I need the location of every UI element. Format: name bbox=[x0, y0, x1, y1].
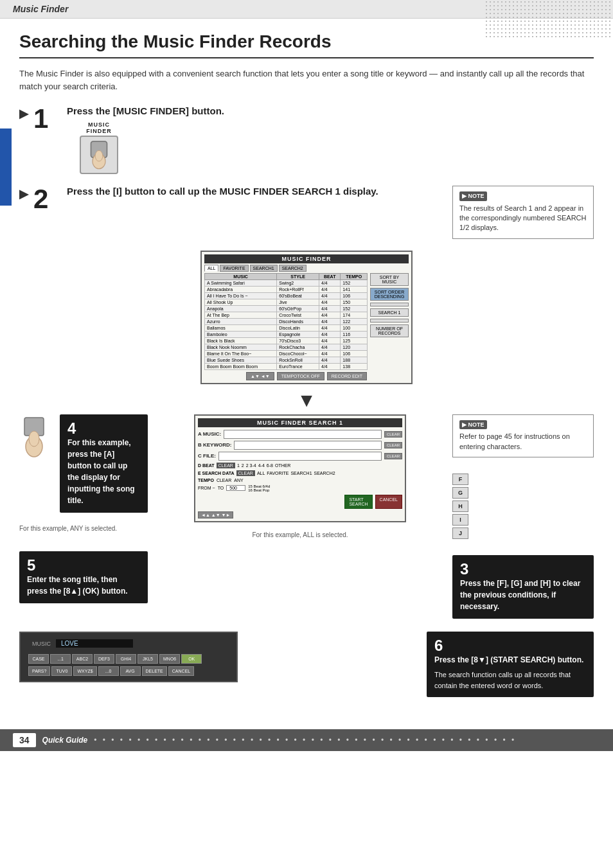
search-clear-file[interactable]: CLEAR bbox=[384, 453, 402, 459]
mf-table-cell: 4/4 bbox=[319, 363, 341, 369]
mf-table-cell: Ballamos bbox=[205, 324, 277, 331]
mf-tempo-btn[interactable]: TEMPOTOCK OFF bbox=[277, 372, 324, 380]
side-btn-h[interactable]: H bbox=[452, 500, 468, 512]
key-wxyz[interactable]: WXYZ$ bbox=[73, 666, 96, 676]
mf-table-row: Blue Suede ShoesRockSnRoll4/4188 bbox=[205, 357, 368, 363]
mf-table-cell: 120 bbox=[341, 344, 368, 350]
beat-opt-34[interactable]: 2 3-4 bbox=[246, 463, 256, 468]
mf-nav-arrows[interactable]: ▲▼ ◄▼ bbox=[246, 372, 274, 380]
mf-numrec-btn[interactable]: NUMBER OFRECORDS bbox=[370, 324, 409, 337]
step4-text: For this example, press the [A] button t… bbox=[67, 437, 140, 506]
step3-box: 3 Press the [F], [G] and [H] to clear th… bbox=[452, 555, 594, 619]
mf-bottom-controls: ▲▼ ◄▼ TEMPOTOCK OFF RECORD EDIT bbox=[204, 372, 409, 380]
src-clear-btn[interactable]: CLEAR bbox=[236, 470, 255, 476]
key-jkl5[interactable]: JKL5 bbox=[138, 654, 158, 664]
mf-table-row: AbracadabraRock+RollFf4/4141 bbox=[205, 286, 368, 292]
step4-note: For this example, ANY is selected. bbox=[19, 525, 148, 532]
mf-table-cell: All I Have To Do Is ~ bbox=[205, 292, 277, 299]
start-search-btn[interactable]: STARTSEARCH bbox=[344, 495, 372, 509]
mf-search1-btn[interactable]: SEARCH 1 bbox=[370, 308, 409, 317]
src-all[interactable]: ALL bbox=[257, 471, 265, 475]
mf-sortby-btn[interactable]: SORT BYMUSIC bbox=[370, 273, 409, 286]
mf-table-row: All I Have To Do Is ~60'sBoBeat4/4106 bbox=[205, 292, 368, 299]
search-field-music: A MUSIC: CLEAR bbox=[198, 430, 402, 439]
beat-opt-44[interactable]: 4-4 bbox=[258, 463, 265, 468]
mf-table-cell: 125 bbox=[341, 337, 368, 344]
side-buttons-panel: F G H I J bbox=[452, 474, 594, 539]
footer-label: Quick Guide bbox=[42, 736, 88, 745]
keyboard-input-value[interactable]: LOVE bbox=[56, 639, 133, 648]
tempo-from-label: FROM ~ bbox=[198, 486, 215, 490]
mf-sortorder-btn[interactable]: SORT ORDERDESCENDING bbox=[370, 288, 409, 301]
keyboard-mock: MUSIC LOVE CASE ...1 ABC2 DEF3 GHI4 JKL5… bbox=[19, 632, 238, 682]
tempo-to-val[interactable]: 15 Beat 6/4d16 Beat Pop bbox=[248, 484, 270, 492]
mf-table-cell: CrocoTwist bbox=[277, 312, 319, 318]
src-search2[interactable]: SEARCH2 bbox=[314, 471, 335, 475]
mf-table-row: All Shook UpJive4/4150 bbox=[205, 299, 368, 305]
mf-tab-search1[interactable]: SEARCH1 bbox=[250, 265, 278, 272]
mf-col-music: MUSIC bbox=[205, 273, 277, 279]
beat-clear-btn[interactable]: CLEAR bbox=[217, 463, 235, 468]
search-clear-keyword[interactable]: CLEAR bbox=[384, 442, 402, 448]
note-box-step2: ▶ NOTE The results of Search 1 and 2 app… bbox=[452, 186, 594, 239]
mf-tab-search2[interactable]: SEARCH2 bbox=[279, 265, 306, 272]
mf-table-row: At The BepCrocoTwist4/4174 bbox=[205, 312, 368, 318]
tempo-from-val[interactable]: 500 bbox=[226, 485, 245, 491]
beat-opt-68[interactable]: 6-8 bbox=[267, 463, 273, 468]
search-input-keyword[interactable] bbox=[234, 441, 382, 450]
mf-table-body: A Swimming SafariSwing24/4152Abracadabra… bbox=[205, 279, 368, 369]
key-def3[interactable]: DEF3 bbox=[94, 654, 114, 664]
side-btn-j[interactable]: J bbox=[452, 527, 468, 539]
keyboard-row1: CASE ...1 ABC2 DEF3 GHI4 JKL5 MNO6 OK bbox=[28, 654, 229, 664]
mf-table-cell: Blame It On The Boo~ bbox=[205, 350, 277, 357]
mf-table-cell: 4/4 bbox=[319, 292, 341, 299]
key-dots0[interactable]: ...0 bbox=[98, 666, 119, 676]
mf-table-cell: EuroTrance bbox=[277, 363, 319, 369]
key-case[interactable]: CASE bbox=[28, 654, 49, 664]
src-search1[interactable]: SEARCH1 bbox=[290, 471, 312, 475]
center-display-col: MUSIC FINDER SEARCH 1 A MUSIC: CLEAR B K… bbox=[157, 414, 443, 538]
cancel-search-btn[interactable]: CANCEL bbox=[375, 495, 402, 509]
search-clear-music[interactable]: CLEAR bbox=[384, 431, 402, 438]
mf-tab-all[interactable]: ALL bbox=[204, 265, 218, 272]
key-pars[interactable]: PARS? bbox=[28, 666, 50, 676]
step2-content: Press the [I] button to call up the MUSI… bbox=[67, 186, 440, 202]
key-abc2[interactable]: ABC2 bbox=[72, 654, 93, 664]
mf-record-edit-btn[interactable]: RECORD EDIT bbox=[327, 372, 367, 380]
step6-box: 6 Press the [8▼] (START SEARCH) button. … bbox=[427, 632, 594, 697]
mf-table-cell: 4/4 bbox=[319, 337, 341, 344]
tempo-any-btn[interactable]: ANY bbox=[234, 478, 243, 483]
mf-table-cell: 60'sBoBeat bbox=[277, 292, 319, 299]
key-dots1[interactable]: ...1 bbox=[50, 654, 71, 664]
key-cancel[interactable]: CANCEL bbox=[168, 666, 194, 676]
mf-tab-favorite[interactable]: FAVORITE bbox=[220, 265, 248, 272]
source-row: E SEARCH DATA CLEAR ALL FAVORITE SEARCH1… bbox=[198, 470, 402, 476]
side-btn-f[interactable]: F bbox=[452, 474, 468, 485]
tempo-clear-btn[interactable]: CLEAR bbox=[217, 478, 231, 483]
search1-nav-arrows[interactable]: ◄▲ ▲▼ ▼► bbox=[198, 511, 233, 518]
beat-opt-1[interactable]: 1 bbox=[237, 463, 240, 468]
beat-opt-2[interactable]: 2 bbox=[242, 463, 244, 468]
mf-table-cell: 138 bbox=[341, 363, 368, 369]
src-favorite[interactable]: FAVORITE bbox=[267, 471, 289, 475]
key-ok[interactable]: OK bbox=[181, 654, 202, 664]
step5-num: 5 bbox=[27, 556, 35, 574]
search-input-file[interactable] bbox=[218, 452, 382, 461]
mf-table-cell: Swing2 bbox=[277, 279, 319, 286]
search1-nav: ◄▲ ▲▼ ▼► bbox=[198, 511, 402, 518]
key-delete[interactable]: DELETE bbox=[142, 666, 167, 676]
beat-opt-other[interactable]: OTHER bbox=[275, 463, 291, 468]
side-buttons-fg: F G H I J bbox=[452, 474, 468, 539]
music-finder-btn-img bbox=[80, 136, 118, 174]
search-input-music[interactable] bbox=[224, 430, 382, 439]
side-btn-i[interactable]: I bbox=[452, 514, 468, 526]
mf-table-cell: Anapola bbox=[205, 305, 277, 312]
mf-table-cell: 141 bbox=[341, 286, 368, 292]
key-avg[interactable]: AVG bbox=[120, 666, 141, 676]
side-btn-g[interactable]: G bbox=[452, 487, 468, 499]
step6-num: 6 bbox=[434, 637, 443, 654]
key-tuv0[interactable]: TUV0 bbox=[51, 666, 72, 676]
key-ghi4[interactable]: GHI4 bbox=[116, 654, 136, 664]
key-mno6[interactable]: MNO6 bbox=[159, 654, 180, 664]
step6-col: 6 Press the [8▼] (START SEARCH) button. … bbox=[427, 632, 594, 697]
